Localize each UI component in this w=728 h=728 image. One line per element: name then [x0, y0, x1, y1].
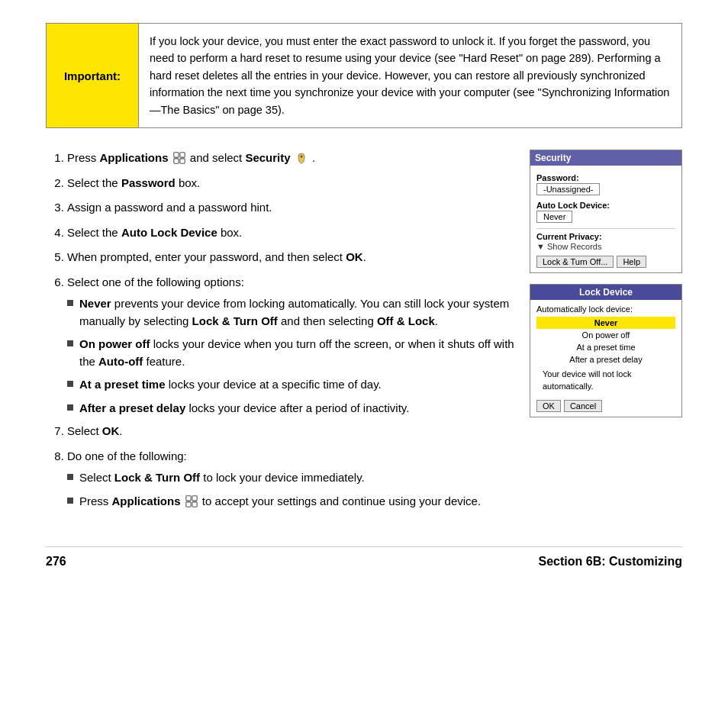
applications-icon-2: [184, 494, 199, 509]
svg-rect-8: [186, 502, 191, 507]
step2-bold: Password: [121, 176, 176, 189]
steps-area: Press Applications and select Security: [46, 150, 682, 516]
step8-sub-lock: Select Lock & Turn Off to lock your devi…: [67, 469, 514, 487]
lock-option-onpoweroff[interactable]: On power off: [536, 329, 675, 341]
lock-turn-off-btn[interactable]: Lock & Turn Off...: [536, 256, 614, 268]
applications-icon: [172, 150, 187, 166]
lock-btn-row: OK Cancel: [536, 400, 675, 412]
step1-bold1: Applications: [100, 151, 169, 164]
important-label: Important:: [47, 24, 138, 127]
bullet-press: [67, 498, 73, 504]
bullet-never: [67, 300, 73, 306]
page-number: 276: [46, 555, 66, 569]
step-7: Select OK.: [67, 423, 514, 440]
important-box: Important: If you lock your device, you …: [46, 23, 682, 128]
help-btn[interactable]: Help: [617, 256, 646, 268]
lock-option-presettime[interactable]: At a preset time: [536, 341, 675, 353]
lock-note: Your device will not lock automatically.: [536, 366, 675, 395]
lock-device-title: Lock Device: [530, 285, 681, 300]
security-btn-row: Lock & Turn Off... Help: [536, 256, 675, 268]
sub-option-never: Never prevents your device from locking …: [67, 295, 514, 330]
lock-options: Never On power off At a preset time Afte…: [536, 317, 675, 366]
step-8: Do one of the following: Select Lock & T…: [67, 448, 514, 511]
step1-bold2: Security: [245, 151, 290, 164]
bullet-lock: [67, 474, 73, 480]
step-5: When prompted, enter your password, and …: [67, 249, 514, 266]
bullet-onpoweroff: [67, 340, 73, 346]
lock-device-body: Automatically lock device: Never On powe…: [530, 300, 681, 417]
sub-option-presetdelay: After a preset delay locks your device a…: [67, 400, 514, 417]
steps-left: Press Applications and select Security: [46, 150, 514, 516]
password-value: -Unassigned-: [536, 183, 600, 195]
section-title: Section 6B: Customizing: [539, 555, 682, 569]
page-footer: 276 Section 6B: Customizing: [46, 546, 682, 569]
svg-rect-3: [180, 159, 185, 163]
password-label: Password:: [536, 173, 675, 182]
step-6: Select one of the following options: Nev…: [67, 274, 514, 417]
svg-rect-7: [192, 496, 197, 501]
step-3: Assign a password and a password hint.: [67, 199, 514, 217]
svg-point-5: [300, 156, 302, 158]
svg-rect-1: [180, 153, 185, 157]
step-2: Select the Password box.: [67, 175, 514, 192]
lock-ok-btn[interactable]: OK: [536, 400, 561, 412]
main-steps: Press Applications and select Security: [46, 150, 514, 510]
bullet-presettime: [67, 381, 73, 387]
sub-option-onpoweroff: On power off locks your device when you …: [67, 336, 514, 370]
privacy-value: ▼ Show Records: [536, 242, 675, 251]
bullet-presetdelay: [67, 404, 73, 411]
svg-rect-9: [192, 502, 197, 507]
screen-divider-1: [536, 228, 675, 229]
step7-bold: OK: [102, 424, 120, 437]
step-4: Select the Auto Lock Device box.: [67, 224, 514, 242]
step-1: Press Applications and select Security: [67, 150, 514, 167]
security-screen-body: Password: -Unassigned- Auto Lock Device:…: [530, 166, 681, 272]
privacy-label: Current Privacy:: [536, 232, 675, 241]
security-screen: Security Password: -Unassigned- Auto Loc…: [530, 150, 682, 273]
sub-option-presettime: At a preset time locks your device at a …: [67, 376, 514, 394]
step8-sub-press: Press Applications to accept your settin…: [67, 493, 514, 511]
auto-lock-value: Never: [536, 211, 572, 223]
svg-rect-6: [186, 496, 191, 501]
lock-device-screen: Lock Device Automatically lock device: N…: [530, 284, 682, 417]
sub-options-list: Never prevents your device from locking …: [67, 295, 514, 417]
svg-rect-2: [174, 159, 179, 163]
step5-bold: OK: [346, 250, 363, 263]
important-content: If you lock your device, you must enter …: [138, 24, 681, 127]
security-icon: [294, 150, 309, 166]
lock-option-never[interactable]: Never: [536, 317, 675, 329]
lock-cancel-btn[interactable]: Cancel: [564, 400, 602, 412]
svg-rect-0: [174, 153, 179, 157]
screen-mockups: Security Password: -Unassigned- Auto Loc…: [530, 150, 682, 516]
lock-option-presetdelay[interactable]: After a preset delay: [536, 353, 675, 366]
auto-lock-label: Auto Lock Device:: [536, 201, 675, 210]
lock-subtitle: Automatically lock device:: [536, 304, 675, 314]
step4-bold: Auto Lock Device: [121, 226, 217, 239]
security-screen-title: Security: [530, 150, 681, 166]
step8-sub-list: Select Lock & Turn Off to lock your devi…: [67, 469, 514, 510]
